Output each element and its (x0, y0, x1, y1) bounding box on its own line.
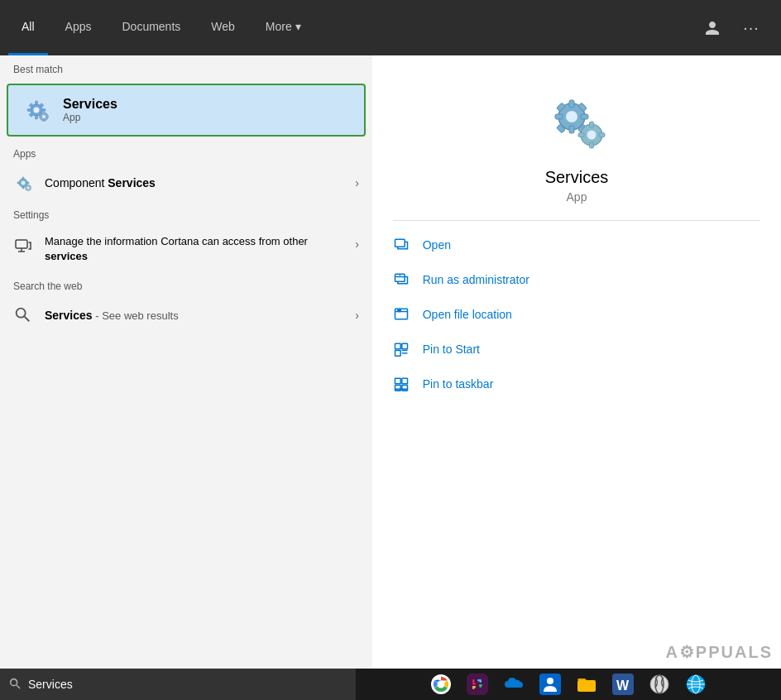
top-navigation: All Apps Documents Web More ▾ ··· (0, 0, 781, 55)
action-run-as-admin-label: Run as administrator (423, 273, 529, 286)
svg-rect-33 (555, 114, 563, 119)
taskbar-sports-icon[interactable] (644, 669, 675, 700)
taskbar-search-text: Services (28, 678, 73, 691)
action-pin-to-start-label: Pin to Start (423, 343, 480, 356)
svg-rect-77 (577, 680, 596, 692)
svg-point-80 (650, 675, 668, 693)
action-pin-to-taskbar-label: Pin to taskbar (423, 377, 494, 391)
taskbar-word-icon[interactable]: W (607, 669, 639, 700)
taskbar-apps: W (356, 669, 781, 700)
svg-rect-42 (590, 142, 594, 148)
apps-item-component-services[interactable]: Component Services › (0, 165, 372, 201)
open-file-location-icon (393, 305, 411, 324)
services-large-icon (544, 89, 610, 155)
best-match-subtitle: App (63, 112, 117, 123)
svg-rect-72 (480, 684, 482, 688)
svg-line-28 (25, 317, 30, 322)
run-as-admin-icon (393, 271, 411, 289)
search-icon (13, 305, 33, 325)
chevron-down-icon: ▾ (295, 20, 301, 33)
tab-documents[interactable]: Documents (108, 0, 194, 55)
left-panel: Best match (0, 55, 372, 669)
svg-rect-49 (395, 309, 407, 319)
svg-rect-51 (398, 309, 400, 312)
action-pin-to-taskbar[interactable]: Pin to taskbar (393, 367, 761, 401)
svg-point-65 (438, 681, 445, 688)
taskbar-onedrive-icon[interactable] (498, 669, 529, 700)
action-run-as-admin[interactable]: Run as administrator (393, 262, 761, 297)
component-services-icon (13, 173, 33, 193)
svg-rect-74 (472, 686, 475, 689)
cortana-settings-label: Manage the information Cortana can acces… (45, 234, 343, 264)
taskbar-slack-icon[interactable] (462, 669, 493, 700)
svg-rect-41 (590, 122, 594, 127)
action-pin-to-start[interactable]: Pin to Start (393, 332, 761, 367)
taskbar-search-bar[interactable]: Services (0, 669, 356, 700)
best-match-title: Services (63, 97, 117, 112)
svg-rect-15 (46, 116, 49, 117)
svg-rect-3 (36, 116, 38, 119)
svg-rect-31 (569, 100, 574, 108)
action-open-label: Open (423, 238, 451, 252)
svg-rect-54 (395, 351, 400, 357)
svg-point-27 (17, 309, 26, 318)
svg-rect-57 (395, 378, 400, 384)
taskbar-person-icon[interactable] (534, 669, 566, 700)
main-content: Best match (0, 55, 781, 669)
svg-rect-32 (569, 126, 574, 133)
settings-label: Settings (0, 201, 372, 226)
watermark: A⚙PPUALS (665, 642, 773, 662)
svg-point-17 (22, 181, 26, 185)
svg-rect-24 (16, 240, 27, 248)
more-options-icon[interactable]: ··· (738, 15, 764, 41)
divider (393, 220, 761, 221)
pin-to-taskbar-icon (393, 375, 411, 393)
svg-line-63 (17, 685, 20, 688)
svg-point-1 (34, 108, 40, 113)
services-app-icon (22, 95, 51, 125)
open-icon (393, 236, 411, 254)
svg-point-30 (566, 111, 577, 122)
svg-point-11 (42, 115, 46, 118)
taskbar: Services (0, 669, 781, 700)
settings-item-cortana[interactable]: Manage the information Cortana can acces… (0, 226, 372, 272)
right-panel-title: Services (545, 168, 609, 187)
svg-rect-58 (402, 378, 408, 384)
svg-rect-21 (26, 182, 29, 184)
svg-point-40 (587, 131, 597, 140)
svg-rect-18 (22, 177, 24, 180)
svg-rect-44 (599, 133, 605, 137)
svg-point-23 (27, 187, 30, 189)
svg-rect-52 (395, 343, 400, 349)
action-open[interactable]: Open (393, 228, 761, 262)
taskbar-globe-icon[interactable] (680, 669, 712, 700)
web-item-services[interactable]: Services - See web results › (0, 297, 372, 333)
best-match-item-services[interactable]: Services App (7, 84, 366, 137)
svg-rect-45 (395, 239, 405, 247)
svg-rect-66 (467, 674, 488, 695)
tab-more[interactable]: More ▾ (252, 0, 314, 55)
tab-apps[interactable]: Apps (52, 0, 105, 55)
taskbar-explorer-icon[interactable] (571, 669, 602, 700)
right-panel-subtitle: App (567, 190, 587, 204)
svg-text:W: W (616, 678, 630, 693)
chevron-right-icon-settings: › (355, 237, 359, 251)
tab-all[interactable]: All (8, 0, 48, 55)
svg-rect-12 (43, 113, 45, 115)
svg-rect-53 (402, 343, 408, 349)
taskbar-chrome-icon[interactable] (425, 669, 457, 700)
svg-rect-14 (40, 116, 42, 117)
action-open-file-location[interactable]: Open file location (393, 297, 761, 332)
user-icon[interactable] (699, 15, 726, 41)
svg-point-76 (547, 678, 553, 684)
chevron-right-icon-web: › (355, 309, 359, 322)
svg-rect-70 (480, 679, 482, 683)
chevron-right-icon: › (355, 176, 359, 189)
svg-rect-67 (472, 683, 476, 685)
taskbar-search-icon (8, 677, 22, 693)
svg-rect-13 (43, 119, 45, 122)
svg-point-62 (11, 678, 17, 685)
right-panel: Services App Open Run as ad (372, 55, 781, 669)
web-search-label: Search the web (0, 272, 372, 297)
tab-web[interactable]: Web (198, 0, 248, 55)
